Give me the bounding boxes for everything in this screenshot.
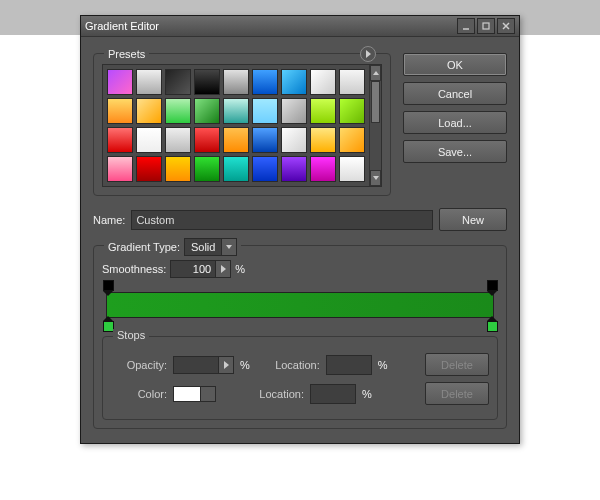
preset-swatch[interactable] [339, 98, 365, 124]
preset-swatch-grid [103, 65, 369, 186]
preset-swatch[interactable] [252, 69, 278, 95]
preset-swatch[interactable] [281, 69, 307, 95]
preset-swatch[interactable] [281, 127, 307, 153]
preset-swatch[interactable] [310, 156, 336, 182]
cancel-button[interactable]: Cancel [403, 82, 507, 105]
preset-swatch[interactable] [194, 69, 220, 95]
preset-swatch[interactable] [194, 98, 220, 124]
preset-swatch[interactable] [223, 69, 249, 95]
ok-button[interactable]: OK [403, 53, 507, 76]
chevron-down-icon[interactable] [222, 238, 237, 256]
gradient-type-label: Gradient Type: [108, 241, 180, 253]
delete-color-stop-button: Delete [425, 382, 489, 405]
gradient-type-fieldset: Gradient Type: Solid Smoothness: 100 % [93, 245, 507, 429]
delete-opacity-stop-button: Delete [425, 353, 489, 376]
new-button[interactable]: New [439, 208, 507, 231]
arrow-right-icon [201, 386, 216, 402]
preset-swatch[interactable] [223, 156, 249, 182]
preset-swatch[interactable] [252, 98, 278, 124]
preset-swatch[interactable] [107, 127, 133, 153]
preset-swatch[interactable] [107, 98, 133, 124]
preset-swatch[interactable] [223, 98, 249, 124]
preset-swatch[interactable] [194, 156, 220, 182]
scroll-thumb[interactable] [371, 81, 380, 123]
arrow-right-icon [219, 356, 234, 374]
name-input[interactable] [131, 210, 433, 230]
preset-swatch[interactable] [339, 127, 365, 153]
opacity-stop-right[interactable] [486, 280, 498, 296]
maximize-button[interactable] [477, 18, 495, 34]
preset-swatch[interactable] [310, 98, 336, 124]
preset-swatch[interactable] [252, 127, 278, 153]
name-label: Name: [93, 214, 125, 226]
preset-swatch[interactable] [136, 98, 162, 124]
preset-swatch[interactable] [165, 69, 191, 95]
svg-marker-5 [373, 176, 379, 180]
svg-rect-1 [483, 23, 489, 29]
opacity-input [173, 356, 234, 374]
color-stop-right[interactable] [486, 316, 498, 332]
preset-swatch[interactable] [136, 69, 162, 95]
gradient-editor-dialog: Gradient Editor Presets [80, 15, 520, 444]
save-button[interactable]: Save... [403, 140, 507, 163]
color-location-input [310, 384, 356, 404]
smoothness-label: Smoothness: [102, 263, 166, 275]
preset-swatch[interactable] [339, 69, 365, 95]
stops-legend: Stops [113, 329, 149, 341]
preset-swatch[interactable] [136, 127, 162, 153]
preset-swatch[interactable] [223, 127, 249, 153]
preset-swatch[interactable] [281, 98, 307, 124]
preset-swatch[interactable] [339, 156, 365, 182]
preset-swatch[interactable] [165, 127, 191, 153]
minimize-button[interactable] [457, 18, 475, 34]
color-well [173, 386, 201, 402]
gradient-bar[interactable] [106, 292, 494, 318]
presets-legend: Presets [104, 48, 149, 60]
preset-swatch[interactable] [194, 127, 220, 153]
preset-swatch[interactable] [310, 69, 336, 95]
preset-swatch[interactable] [310, 127, 336, 153]
gradient-type-select[interactable]: Solid [184, 238, 237, 256]
presets-flyout-button[interactable] [360, 46, 376, 62]
scroll-up-button[interactable] [370, 65, 381, 81]
opacity-stop-left[interactable] [102, 280, 114, 296]
opacity-location-input [326, 355, 372, 375]
preset-swatch[interactable] [165, 156, 191, 182]
window-title: Gradient Editor [85, 20, 455, 32]
arrow-right-icon[interactable] [216, 260, 231, 278]
location-label: Location: [240, 388, 304, 400]
location-label: Location: [256, 359, 320, 371]
presets-fieldset: Presets [93, 53, 391, 196]
preset-scrollbar[interactable] [369, 65, 381, 186]
stops-fieldset: Stops Opacity: % Location: % Delete Colo… [102, 336, 498, 420]
close-button[interactable] [497, 18, 515, 34]
load-button[interactable]: Load... [403, 111, 507, 134]
preset-swatch[interactable] [107, 156, 133, 182]
titlebar[interactable]: Gradient Editor [81, 16, 519, 37]
color-label: Color: [111, 388, 167, 400]
scroll-down-button[interactable] [370, 170, 381, 186]
preset-swatch[interactable] [252, 156, 278, 182]
smoothness-input[interactable]: 100 [170, 260, 231, 278]
preset-swatch[interactable] [136, 156, 162, 182]
opacity-label: Opacity: [111, 359, 167, 371]
preset-swatch[interactable] [165, 98, 191, 124]
preset-swatch[interactable] [281, 156, 307, 182]
preset-swatch[interactable] [107, 69, 133, 95]
svg-marker-4 [373, 71, 379, 75]
